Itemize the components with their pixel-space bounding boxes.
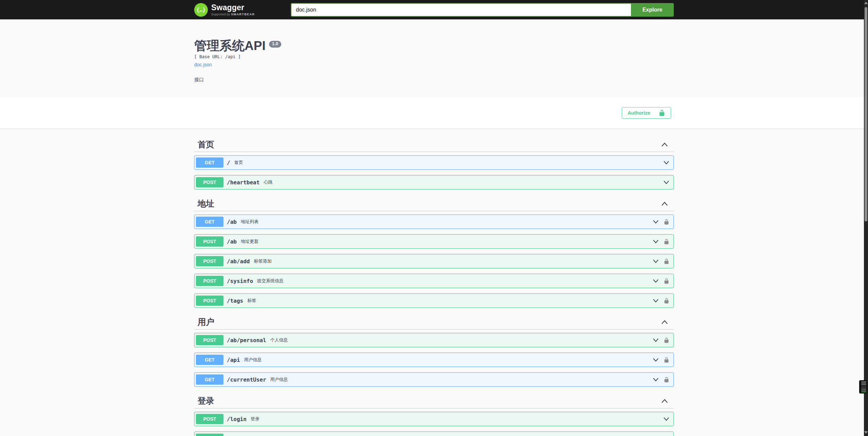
chevron-up-icon [661,320,668,324]
operation-row[interactable]: POST /ab/add 标签添加 [194,254,674,268]
endpoint-path: /ab [227,219,237,225]
endpoint-unlock-icon[interactable] [664,238,669,245]
operation-row[interactable]: GET /currentUser 用户信息 [194,372,674,387]
endpoint-summary: 标签添加 [254,258,653,264]
section-header[interactable]: 登录 [194,397,674,408]
method-badge: GET [196,374,223,385]
endpoint-path: /tags [227,298,243,304]
endpoint-summary: 个人信息 [270,337,653,343]
chevron-down-icon [663,417,669,421]
operation-row[interactable]: POST /ab/personal 个人信息 [194,333,674,347]
page-title: 管理系统API1.0 [194,39,674,53]
method-badge: POST [196,414,223,424]
minimap-line [861,383,866,384]
minimap-line [861,391,866,392]
chevron-down-icon [653,220,659,224]
api-section: 地址 GET /ab 地址列表 POST /ab 地址更新 [194,199,674,314]
scrollbar-thumb[interactable] [865,7,867,221]
api-description: 接口 [194,77,674,83]
method-badge: POST [196,177,223,187]
endpoint-unlock-icon[interactable] [664,357,669,363]
swagger-logo-icon: {…} [194,3,208,17]
endpoint-summary: 用户信息 [244,357,653,363]
operation-row[interactable]: GET /api 用户信息 [194,353,674,367]
doc-json-link[interactable]: doc.json [194,62,212,67]
explore-button[interactable]: Explore [631,3,674,17]
endpoint-unlock-icon[interactable] [664,376,669,383]
operation-row[interactable]: POST /sysinfo 提交系统信息 [194,274,674,288]
method-badge: GET [196,217,223,227]
chevron-down-icon [653,239,659,244]
chevron-up-icon [661,142,668,147]
chevron-down-icon [653,279,659,283]
information-container: 管理系统API1.0 [ Base URL: /api ] doc.json 接… [0,19,868,97]
endpoint-summary: 地址列表 [241,219,653,225]
method-badge: POST [196,296,223,306]
minimap-line [861,389,866,389]
scroll-up-arrow-icon[interactable] [864,2,868,4]
endpoint-path: /login [227,416,247,422]
section-header[interactable]: 首页 [194,140,674,152]
operation-row[interactable]: GET / 首页 [194,155,674,170]
endpoint-unlock-icon[interactable] [664,258,669,265]
chevron-down-icon [653,358,659,362]
chevron-down-icon [663,161,669,165]
endpoint-path: /ab/add [227,258,250,265]
section-operations: POST /login 登录 POST /loginstatus 登录状态 [194,408,674,436]
chevron-up-icon [661,399,668,403]
operation-row[interactable]: POST /login 登录 [194,412,674,426]
chevron-down-icon [653,378,659,382]
section-operations: GET /ab 地址列表 POST /ab 地址更新 POST /ab/add … [194,211,674,314]
endpoint-unlock-icon[interactable] [664,278,669,284]
operation-row[interactable]: GET /ab 地址列表 [194,215,674,229]
api-title-text: 管理系统API [194,39,266,53]
swagger-logo: {…} Swagger Supported by SMARTBEAR [194,3,255,17]
endpoint-path: /ab [227,238,237,245]
operation-row[interactable]: POST /loginstatus 登录状态 [194,432,674,436]
endpoint-unlock-icon[interactable] [664,298,669,304]
swagger-tagline: Supported by SMARTBEAR [211,13,255,16]
api-section: 登录 POST /login 登录 POST /loginstatus 登录状态 [194,397,674,436]
endpoint-path: / [227,160,230,166]
endpoint-path: /api [227,357,240,363]
section-header[interactable]: 地址 [194,199,674,211]
unlock-icon [658,110,665,116]
method-badge: POST [196,236,223,247]
chevron-down-icon [663,180,669,184]
scrollbar-track[interactable] [864,0,868,436]
endpoint-path: /sysinfo [227,278,253,284]
explore-form: Explore [291,3,674,17]
endpoint-unlock-icon[interactable] [664,219,669,225]
chevron-down-icon [653,338,659,342]
operations-container: 首页 GET / 首页 POST /heartbeat 心跳 地址 [194,129,674,436]
tagline-brand: SMARTBEAR [231,13,255,16]
topbar: {…} Swagger Supported by SMARTBEAR Explo… [0,0,868,19]
section-title: 首页 [198,140,214,149]
authorize-button[interactable]: Authorize [622,107,671,119]
version-badge: 1.0 [269,41,281,48]
scroll-down-arrow-icon[interactable] [864,431,868,434]
minimap-line [861,387,866,388]
spec-url-input[interactable] [291,3,631,17]
swagger-logo-text: Swagger [211,4,255,12]
operation-row[interactable]: POST /tags 标签 [194,294,674,308]
tagline-prefix: Supported by [211,13,230,16]
section-header[interactable]: 用户 [194,318,674,330]
endpoint-summary: 标签 [247,298,653,304]
method-badge: POST [196,434,223,436]
operation-row[interactable]: POST /heartbeat 心跳 [194,175,674,189]
endpoint-summary: 地址更新 [241,238,653,245]
endpoint-unlock-icon[interactable] [664,337,669,343]
authorize-label: Authorize [628,110,650,116]
section-operations: POST /ab/personal 个人信息 GET /api 用户信息 GET… [194,330,674,392]
minimap-line [861,382,866,382]
section-title: 登录 [198,397,214,405]
operation-row[interactable]: POST /ab 地址更新 [194,234,674,249]
endpoint-path: /heartbeat [227,179,260,186]
method-badge: POST [196,256,223,266]
section-title: 地址 [198,199,214,208]
minimap-line [861,386,866,387]
section-operations: GET / 首页 POST /heartbeat 心跳 [194,152,674,195]
minimap-line [861,384,866,385]
endpoint-summary: 登录 [251,416,663,422]
